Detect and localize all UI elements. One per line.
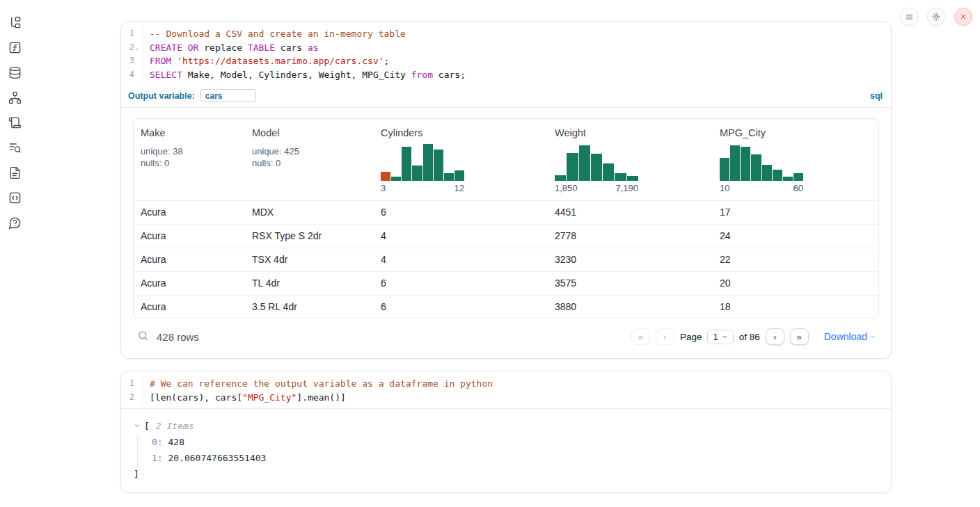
- code-line[interactable]: 3FROM 'https://datasets.marimo.app/cars.…: [121, 54, 891, 68]
- histogram-bars: [381, 144, 464, 181]
- histogram-bar: [741, 147, 750, 181]
- line-number: 1: [121, 377, 143, 391]
- logs-search-icon[interactable]: [8, 140, 22, 154]
- histogram-bar: [579, 145, 590, 181]
- line-number-text: 3: [125, 54, 134, 68]
- table-cell[interactable]: Acura: [134, 248, 245, 271]
- column-header-cylinders[interactable]: Cylinders312: [374, 119, 548, 200]
- table-cell[interactable]: 18: [713, 296, 878, 319]
- dependency-graph-icon[interactable]: [8, 90, 22, 104]
- histogram-bar: [773, 170, 782, 181]
- column-histogram: 1,8507,190: [555, 138, 638, 193]
- document-icon[interactable]: [8, 166, 22, 179]
- first-page-button[interactable]: «: [631, 328, 650, 345]
- code-line[interactable]: 2⌄CREATE OR replace TABLE cars as: [121, 41, 891, 55]
- table-row[interactable]: AcuraMDX6445117: [134, 200, 878, 224]
- table-cell[interactable]: 4451: [548, 201, 713, 224]
- code-line[interactable]: 1# We can reference the output variable …: [121, 377, 891, 391]
- histogram-min-label: 10: [720, 183, 729, 193]
- code-line[interactable]: 4SELECT Make, Model, Cylinders, Weight, …: [121, 68, 891, 82]
- histogram-min-label: 1,850: [555, 183, 578, 193]
- histogram-bar: [434, 150, 443, 181]
- python-code-editor[interactable]: 1# We can reference the output variable …: [121, 371, 891, 408]
- column-header-weight[interactable]: Weight1,8507,190: [548, 119, 713, 200]
- tree-body: 0: 4281: 20.060747663551403: [137, 435, 878, 466]
- histogram-bars: [555, 144, 638, 181]
- sql-cell-output: Makeunique: 38nulls: 0Modelunique: 425nu…: [121, 108, 891, 358]
- column-histogram: 312: [381, 138, 464, 193]
- line-number: 4: [121, 68, 143, 82]
- menu-icon[interactable]: [900, 8, 918, 26]
- table-cell[interactable]: Acura: [134, 201, 245, 224]
- code-line[interactable]: 2[len(cars), cars["MPG_City"].mean()]: [121, 391, 891, 405]
- table-cell[interactable]: 24: [713, 225, 878, 248]
- table-row[interactable]: AcuraTSX 4dr4323022: [134, 248, 878, 271]
- table-cell[interactable]: 4: [374, 225, 548, 248]
- table-body: AcuraMDX6445117AcuraRSX Type S 2dr427782…: [134, 200, 878, 319]
- table-cell[interactable]: RSX Type S 2dr: [245, 225, 374, 248]
- column-header-mpg_city[interactable]: MPG_City1060: [713, 119, 878, 200]
- table-cell[interactable]: 17: [713, 201, 878, 224]
- top-actions: [900, 8, 972, 26]
- table-cell[interactable]: 20: [713, 272, 878, 295]
- settings-icon[interactable]: [927, 8, 945, 26]
- language-badge: sql: [870, 91, 883, 101]
- histogram-max-label: 12: [455, 183, 464, 193]
- file-tree-icon[interactable]: [8, 15, 22, 29]
- table-cell[interactable]: TSX 4dr: [245, 248, 374, 271]
- table-cell[interactable]: 2778: [548, 225, 713, 248]
- collapse-chevron-icon[interactable]: [134, 419, 141, 433]
- prev-page-button[interactable]: ‹: [656, 328, 674, 345]
- sql-code-editor[interactable]: 1-- Download a CSV and create an in-memo…: [121, 22, 891, 86]
- table-cell[interactable]: 6: [374, 296, 548, 319]
- table-cell[interactable]: 6: [374, 272, 548, 295]
- table-cell[interactable]: 6: [374, 201, 548, 224]
- line-number: 2: [121, 391, 143, 405]
- output-variable-input[interactable]: [200, 89, 256, 102]
- table-cell[interactable]: Acura: [134, 296, 245, 319]
- table-cell[interactable]: MDX: [245, 201, 374, 224]
- next-page-button[interactable]: ›: [766, 328, 784, 345]
- table-cell[interactable]: Acura: [134, 225, 245, 248]
- histogram-bar: [455, 170, 464, 181]
- table-cell[interactable]: 3.5 RL 4dr: [245, 296, 374, 319]
- histogram-bar: [603, 163, 614, 181]
- column-stat: nulls: 0: [141, 157, 238, 169]
- line-number-text: 2: [125, 41, 134, 55]
- line-number-text: 1: [125, 27, 134, 41]
- notebook: 1-- Download a CSV and create an in-memo…: [120, 21, 892, 493]
- table-row[interactable]: Acura3.5 RL 4dr6388018: [134, 295, 878, 319]
- table-cell[interactable]: 3230: [548, 248, 713, 271]
- table-cell[interactable]: 22: [713, 248, 878, 271]
- table-row[interactable]: AcuraRSX Type S 2dr4277824: [134, 224, 878, 248]
- fold-chevron-icon[interactable]: ⌄: [134, 41, 141, 55]
- last-page-button[interactable]: »: [790, 328, 809, 345]
- table-row[interactable]: AcuraTL 4dr6357520: [134, 271, 878, 295]
- column-header-model[interactable]: Modelunique: 425nulls: 0: [245, 119, 374, 200]
- tree-entry-value: 20.060747663551403: [163, 453, 267, 463]
- database-icon[interactable]: [8, 65, 22, 79]
- table-cell[interactable]: 4: [374, 248, 548, 271]
- function-square-icon[interactable]: [8, 40, 22, 54]
- column-name: Cylinders: [381, 127, 541, 138]
- search-icon[interactable]: [137, 330, 149, 344]
- code-line[interactable]: 1-- Download a CSV and create an in-memo…: [121, 27, 891, 41]
- histogram-axis-labels: 1060: [720, 183, 803, 193]
- histogram-bar: [391, 177, 401, 181]
- scroll-icon[interactable]: [8, 115, 22, 129]
- table-cell[interactable]: TL 4dr: [245, 272, 374, 295]
- code-text: [len(cars), cars["MPG_City"].mean()]: [143, 391, 346, 405]
- python-cell-output: [ 2 Items 0: 4281: 20.060747663551403 ]: [121, 408, 891, 492]
- code-text: SELECT Make, Model, Cylinders, Weight, M…: [143, 68, 466, 82]
- close-icon[interactable]: [954, 8, 972, 26]
- page-select[interactable]: 1: [707, 330, 733, 344]
- column-header-make[interactable]: Makeunique: 38nulls: 0: [134, 119, 245, 200]
- table-cell[interactable]: Acura: [134, 272, 245, 295]
- table-cell[interactable]: 3575: [548, 272, 713, 295]
- help-icon[interactable]: [8, 216, 22, 230]
- line-number: 3: [121, 54, 143, 68]
- download-button[interactable]: Download: [824, 331, 876, 342]
- snippets-icon[interactable]: [8, 191, 22, 204]
- table-cell[interactable]: 3880: [548, 296, 713, 319]
- column-stat: nulls: 0: [252, 157, 367, 169]
